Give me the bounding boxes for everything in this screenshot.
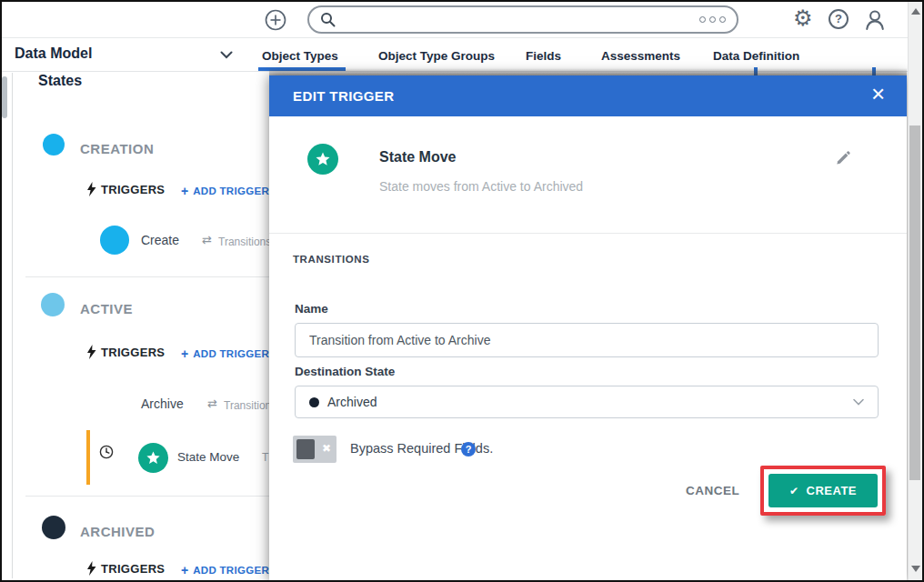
bypass-toggle[interactable]: ✖ xyxy=(293,436,336,463)
clock-icon xyxy=(99,445,114,459)
add-icon[interactable] xyxy=(265,9,286,31)
section-divider xyxy=(25,496,269,497)
triggers-label: TRIGGERS xyxy=(101,562,165,576)
trigger-row-archive[interactable]: Archive xyxy=(141,396,184,411)
trigger-description: State moves from Active to Archived xyxy=(379,179,583,194)
lightning-bolt-icon xyxy=(86,561,96,576)
edit-trigger-modal: EDIT TRIGGER × State Move State moves fr… xyxy=(269,75,907,582)
chevron-down-icon xyxy=(220,51,233,59)
tab-data-definition[interactable]: Data Definition xyxy=(713,49,799,63)
close-icon[interactable]: × xyxy=(871,80,885,108)
app-menu-data-model[interactable]: Data Model xyxy=(15,45,92,62)
selected-destination: Archived xyxy=(327,395,377,409)
triggers-label: TRIGGERS xyxy=(101,183,165,196)
triggers-label: TRIGGERS xyxy=(101,346,165,359)
screenshot-border xyxy=(0,0,2,582)
state-section-archived: ARCHIVED xyxy=(80,524,155,539)
pencil-edit-icon[interactable] xyxy=(835,150,851,166)
topbar-divider xyxy=(2,37,908,38)
toggle-x-icon: ✖ xyxy=(322,442,331,455)
tab-fields[interactable]: Fields xyxy=(526,49,561,63)
state-move-star-icon xyxy=(138,443,168,473)
tab-assessments[interactable]: Assessments xyxy=(601,49,680,63)
trigger-row-state-move[interactable]: State Move xyxy=(177,450,239,464)
trigger-star-icon xyxy=(307,144,338,175)
settings-gear-icon[interactable]: ⚙ xyxy=(793,5,813,31)
transition-name-input[interactable] xyxy=(295,323,879,357)
create-button[interactable]: ✔ CREATE xyxy=(768,474,878,507)
panel-scrollbar-fragment xyxy=(2,76,7,118)
scrollbar-up-arrow[interactable] xyxy=(911,8,920,15)
archived-color-dot xyxy=(309,397,319,407)
state-section-creation: CREATION xyxy=(80,141,154,156)
bypass-help-icon[interactable]: ? xyxy=(461,442,476,457)
create-trigger-dot xyxy=(100,226,129,255)
scrollbar-down-arrow[interactable] xyxy=(911,566,920,572)
states-panel-title: States xyxy=(38,73,82,89)
select-chevron-icon xyxy=(853,398,864,406)
trigger-name: State Move xyxy=(379,149,456,166)
archived-state-dot xyxy=(42,516,65,539)
plus-icon: + xyxy=(181,563,188,577)
clipped-text: T xyxy=(262,451,268,464)
add-trigger-button[interactable]: + ADD TRIGGER xyxy=(181,346,269,361)
more-options-icon[interactable] xyxy=(699,16,726,23)
check-icon: ✔ xyxy=(789,485,799,497)
active-state-dot xyxy=(41,293,65,316)
toggle-knob xyxy=(296,439,315,459)
selected-row-marker xyxy=(86,430,90,485)
tab-object-types[interactable]: Object Types xyxy=(262,49,338,63)
transitions-icon: ⇄ xyxy=(207,396,217,410)
creation-state-dot xyxy=(43,134,65,156)
lightning-bolt-icon xyxy=(86,182,96,196)
lightning-bolt-icon xyxy=(86,345,96,359)
help-icon[interactable]: ? xyxy=(829,9,849,29)
search-bar[interactable] xyxy=(307,5,738,34)
modal-divider xyxy=(269,233,907,234)
modal-title: EDIT TRIGGER xyxy=(293,75,394,116)
transitions-icon: ⇄ xyxy=(202,233,212,246)
modal-top-shadow xyxy=(269,68,907,75)
search-icon xyxy=(320,12,336,27)
vertical-scrollbar-thumb[interactable] xyxy=(909,125,920,480)
destination-state-label: Destination State xyxy=(295,365,395,378)
cancel-button[interactable]: CANCEL xyxy=(686,484,739,497)
plus-icon: + xyxy=(181,346,188,361)
panel-left-border xyxy=(12,73,13,578)
destination-state-select[interactable]: Archived xyxy=(295,386,879,418)
tab-object-type-groups[interactable]: Object Type Groups xyxy=(378,49,495,63)
screenshot-border xyxy=(0,0,924,2)
search-input[interactable] xyxy=(343,13,699,27)
state-section-active: ACTIVE xyxy=(80,301,133,316)
user-icon[interactable] xyxy=(862,7,888,33)
add-trigger-button[interactable]: + ADD TRIGGER xyxy=(181,184,269,198)
trigger-row-create[interactable]: Create xyxy=(141,233,179,247)
add-trigger-button[interactable]: + ADD TRIGGER xyxy=(181,563,269,577)
transitions-section-label: TRANSITIONS xyxy=(293,254,370,265)
plus-icon: + xyxy=(181,184,188,198)
section-divider xyxy=(25,276,269,277)
app-window: ⚙ ? Data Model Object Types Object Type … xyxy=(0,0,924,582)
name-field-label: Name xyxy=(295,302,328,316)
